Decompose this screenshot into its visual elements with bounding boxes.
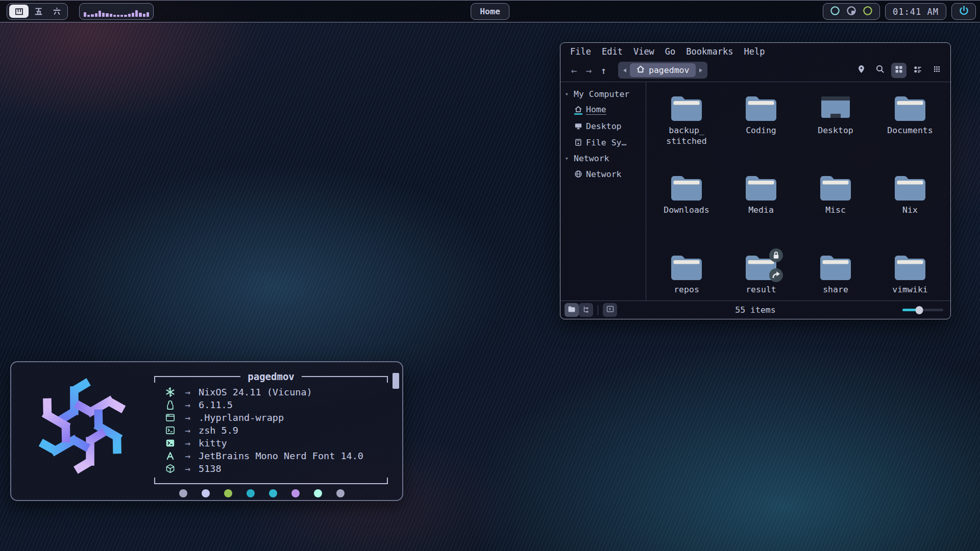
directory-tree-icon — [582, 305, 590, 315]
palette-dot — [224, 489, 232, 497]
show-places-button[interactable] — [565, 303, 579, 317]
audio-visualizer — [79, 3, 154, 20]
file-manager-body: ▾My ComputerHomeDesktopFile Sy…▾NetworkN… — [560, 82, 950, 300]
search-button[interactable] — [872, 63, 888, 78]
terminal-window: pagedmov →NixOS 24.11 (Vicuna)→6.11.5→.H… — [10, 361, 403, 501]
palette-dot — [179, 489, 187, 497]
fetch-row-shell: →zsh 5.9 — [163, 424, 388, 437]
fetch-bottom-border — [154, 477, 388, 490]
workspace-button-active[interactable] — [9, 5, 29, 18]
sidebar-item-network[interactable]: Network — [565, 166, 646, 182]
status-circle-icon-1[interactable] — [830, 6, 840, 18]
sidebar-section-network[interactable]: ▾Network — [565, 151, 646, 166]
visualizer-bar — [146, 12, 149, 17]
sidebar-section-label: Network — [574, 154, 609, 163]
visualizer-bar — [91, 14, 93, 17]
visualizer-bar — [95, 13, 97, 17]
status-circle-icon-2[interactable] — [846, 6, 856, 18]
packages-icon — [163, 464, 177, 473]
active-window-title: Home — [480, 7, 500, 16]
path-bar: pagedmov — [618, 62, 707, 79]
show-directory-tree-button[interactable] — [579, 303, 593, 317]
clock-widget[interactable]: 01:41 AM — [885, 3, 946, 20]
fetch-value: .Hyprland-wrapp — [199, 412, 284, 423]
workspace-button-inactive[interactable] — [48, 5, 65, 18]
status-indicators[interactable] — [823, 3, 880, 20]
visualizer-bar — [128, 14, 131, 17]
folder-label: Desktop — [818, 125, 853, 136]
up-button[interactable]: ↑ — [596, 63, 611, 78]
arrow-icon: → — [177, 412, 199, 423]
folder-icon — [669, 253, 704, 280]
fetch-rows: →NixOS 24.11 (Vicuna)→6.11.5→.Hyprland-w… — [154, 383, 388, 477]
sidebar-item-desktop[interactable]: Desktop — [565, 118, 646, 134]
menu-go[interactable]: Go — [665, 46, 675, 57]
terminal-icon — [163, 438, 177, 448]
desktop-folder-icon — [818, 93, 853, 121]
visualizer-bar — [99, 11, 101, 17]
fetch-row-packages: →5138 — [163, 462, 388, 475]
clock-time: 01:41 AM — [893, 7, 939, 17]
menu-help[interactable]: Help — [744, 46, 765, 57]
font-icon — [163, 451, 177, 461]
folder-label: vimwiki — [892, 284, 928, 295]
path-scroll-right-icon[interactable] — [696, 63, 706, 78]
search-icon — [875, 64, 885, 76]
zoom-slider[interactable] — [902, 309, 943, 311]
path-segment-home[interactable]: pagedmov — [630, 63, 696, 77]
fetch-row-font: →JetBrains Mono Nerd Font 14.0 — [163, 449, 388, 462]
palette-dot — [314, 489, 322, 497]
folder-icon — [818, 253, 853, 280]
zoom-slider-knob[interactable] — [915, 306, 923, 314]
workspace-button-inactive[interactable] — [30, 5, 47, 18]
folder-Downloads[interactable]: Downloads — [649, 173, 724, 253]
active-window-title-button[interactable]: Home — [471, 3, 509, 20]
folder-backup_stitched[interactable]: backup_stitched — [649, 93, 724, 173]
folder-Coding[interactable]: Coding — [724, 93, 798, 173]
icon-view-button[interactable] — [891, 63, 906, 78]
compact-view-button[interactable] — [929, 63, 944, 78]
folder-Documents[interactable]: Documents — [873, 93, 947, 173]
folder-label: Documents — [887, 125, 933, 136]
menu-bookmarks[interactable]: Bookmarks — [686, 46, 733, 57]
toolbar: ← → ↑ pagedmov — [560, 59, 950, 82]
visualizer-bar — [110, 14, 112, 17]
grid-view-icon — [894, 65, 903, 76]
folder-label: share — [823, 284, 848, 295]
toggle-side-pane-icon — [606, 305, 615, 315]
wm-icon — [163, 413, 177, 422]
palette-dot — [269, 489, 277, 497]
folder-label: backup_stitched — [666, 125, 706, 146]
menu-view[interactable]: View — [633, 46, 654, 57]
back-button[interactable]: ← — [567, 63, 581, 78]
sidebar-section-my-computer[interactable]: ▾My Computer — [565, 86, 646, 102]
fetch-hostname: pagedmov — [240, 371, 302, 382]
chevron-down-icon: ▾ — [565, 155, 570, 162]
topbar-right-cluster: 01:41 AM — [823, 3, 976, 20]
forward-button[interactable]: → — [581, 63, 596, 78]
folder-label: repos — [674, 284, 699, 295]
folder-Media[interactable]: Media — [724, 173, 798, 253]
menu-file[interactable]: File — [570, 46, 591, 57]
folder-Misc[interactable]: Misc — [798, 173, 873, 253]
home-icon — [636, 65, 645, 75]
path-segment-label: pagedmov — [649, 65, 689, 75]
menu-edit[interactable]: Edit — [602, 46, 623, 57]
fetch-value: JetBrains Mono Nerd Font 14.0 — [199, 450, 363, 461]
sidebar-item-home[interactable]: Home — [565, 102, 646, 118]
kernel-icon — [163, 400, 177, 410]
location-pin-button[interactable] — [853, 63, 869, 78]
power-button[interactable] — [951, 3, 976, 20]
status-circle-icon-3[interactable] — [863, 6, 873, 18]
path-scroll-left-icon[interactable] — [620, 63, 630, 78]
sidebar-item-filesy[interactable]: File Sy… — [565, 134, 646, 151]
workspace-switcher — [7, 3, 68, 20]
detailed-list-view-button[interactable] — [910, 63, 925, 78]
menu-bar: FileEditViewGoBookmarksHelp — [560, 43, 950, 59]
fetch-title-row: pagedmov — [154, 370, 388, 383]
file-manager-window: FileEditViewGoBookmarksHelp ← → ↑ pagedm… — [560, 42, 951, 319]
folder-Nix[interactable]: Nix — [873, 173, 947, 253]
toggle-side-pane-button[interactable] — [603, 303, 617, 317]
link-emblem-icon — [769, 268, 783, 282]
folder-Desktop[interactable]: Desktop — [798, 93, 873, 173]
